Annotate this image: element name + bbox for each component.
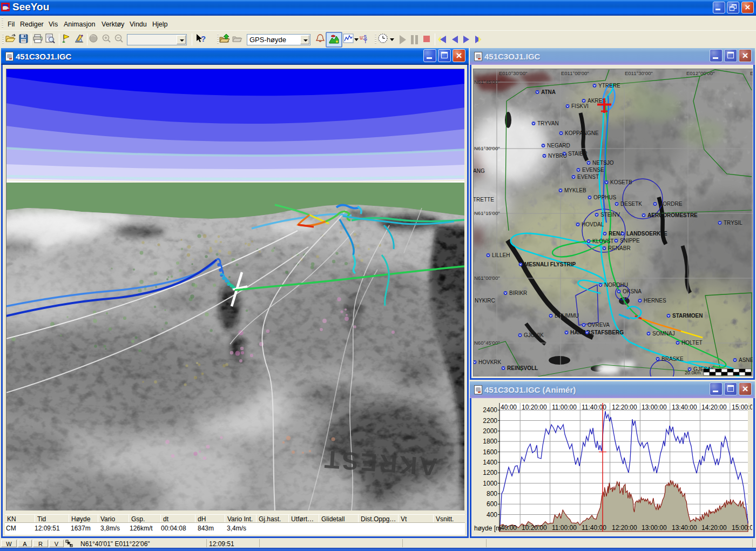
svg-text:EVENST: EVENST: [577, 174, 599, 180]
svg-text:12:20:00: 12:20:00: [612, 524, 637, 532]
svg-text:1200: 1200: [483, 469, 497, 476]
svg-text:?: ?: [201, 34, 206, 43]
svg-text:LANDSOERKJE: LANDSOERKJE: [626, 231, 667, 237]
svg-text:E011°00'00": E011°00'00": [561, 70, 589, 76]
svg-text:N61°30'00": N61°30'00": [474, 145, 500, 151]
svg-text:40:00: 40:00: [501, 524, 517, 532]
svg-text:NYBRU: NYBRU: [548, 153, 567, 159]
svg-text:600: 600: [487, 500, 497, 508]
svg-text:N61°45'00": N61°45'00": [474, 79, 500, 85]
svg-text:SOMNAJ: SOMNAJ: [652, 331, 675, 337]
svg-text:11:00:00: 11:00:00: [552, 404, 577, 411]
svg-text:STEINV: STEINV: [600, 212, 620, 218]
svg-text:HERNES: HERNES: [644, 298, 666, 304]
svg-text:STAIBR: STAIBR: [568, 151, 587, 157]
svg-text:E010°30'00": E010°30'00": [499, 70, 527, 76]
svg-text:1600: 1600: [483, 448, 497, 456]
svg-text:BIRIKR: BIRIKR: [509, 290, 527, 296]
svg-text:HOVKRK: HOVKRK: [478, 359, 502, 365]
svg-text:40:00: 40:00: [501, 404, 517, 411]
svg-text:REINSVOLL: REINSVOLL: [507, 365, 538, 371]
svg-text:10:20:00: 10:20:00: [522, 524, 547, 532]
svg-text:N61°15'00": N61°15'00": [474, 210, 500, 216]
svg-text:HOVDAL: HOVDAL: [582, 221, 604, 227]
svg-text:SNIPPE: SNIPPE: [620, 238, 640, 244]
svg-text:13:00:00: 13:00:00: [642, 524, 667, 532]
svg-text:13:40:00: 13:40:00: [672, 524, 697, 532]
svg-text:BRUMMU: BRUMMU: [555, 313, 579, 319]
svg-text:E011°30'00": E011°30'00": [625, 70, 653, 76]
svg-text:NORDRE: NORDRE: [659, 201, 683, 207]
svg-text:2000: 2000: [483, 427, 497, 435]
svg-text:400: 400: [487, 511, 497, 519]
svg-text:ANG: ANG: [473, 168, 485, 174]
svg-text:NORDHU: NORDHU: [604, 282, 628, 288]
svg-text:N61°00'00": N61°00'00": [474, 275, 500, 281]
svg-text:20.0km: 20.0km: [685, 370, 701, 375]
svg-text:TRETTE: TRETTE: [473, 197, 494, 203]
svg-text:NEGARD: NEGARD: [547, 143, 570, 149]
svg-text:HOLTET: HOLTET: [681, 340, 703, 346]
svg-text:12:20:00: 12:20:00: [612, 404, 637, 411]
svg-text:800: 800: [487, 490, 497, 498]
svg-text:10:20:00: 10:20:00: [522, 404, 547, 411]
svg-text:KOPPANGNE: KOPPANGNE: [565, 130, 599, 136]
svg-text:OKSNA: OKSNA: [623, 288, 642, 294]
svg-text:14:20:00: 14:20:00: [701, 404, 727, 411]
svg-text:E0: E0: [750, 70, 753, 76]
svg-text:høyde [m: høyde [m: [474, 525, 501, 532]
svg-text:OPPHUS: OPPHUS: [593, 194, 617, 200]
svg-text:1400: 1400: [483, 459, 497, 466]
svg-text:FISKVI: FISKVI: [571, 103, 589, 109]
svg-text:11:00:00: 11:00:00: [552, 524, 577, 532]
svg-text:ATNA: ATNA: [541, 89, 556, 95]
svg-text:13:40:00: 13:40:00: [672, 404, 697, 411]
svg-text:T: T: [364, 39, 367, 44]
svg-text:E012°00'00": E012°00'00": [686, 70, 714, 76]
svg-text:ASNE: ASNE: [739, 357, 753, 363]
svg-text:GJOVIK: GJOVIK: [524, 332, 544, 338]
svg-text:1000: 1000: [483, 480, 497, 487]
svg-text:EVENSE: EVENSE: [582, 167, 604, 173]
svg-text:KLOVST: KLOVST: [592, 238, 613, 244]
svg-text:15:00:00: 15:00:00: [732, 524, 752, 532]
svg-text:DESETK: DESETK: [620, 201, 642, 207]
svg-text:2400: 2400: [483, 406, 497, 414]
svg-text:AERODROMESTRE: AERODROMESTRE: [647, 212, 698, 218]
svg-text:MESNALI FLYSTRIP: MESNALI FLYSTRIP: [524, 261, 576, 267]
svg-text:2200: 2200: [483, 417, 497, 425]
svg-text:MYKLEB: MYKLEB: [564, 187, 586, 193]
svg-text:STARMOEN: STARMOEN: [672, 313, 703, 319]
svg-text:15:00:00: 15:00:00: [732, 404, 752, 411]
svg-text:BRASKE: BRASKE: [662, 356, 684, 362]
svg-text:YTRERE: YTRERE: [598, 83, 620, 89]
svg-text:1800: 1800: [483, 438, 497, 445]
svg-text:KOSETB: KOSETB: [610, 179, 632, 185]
svg-text:NETSJO: NETSJO: [592, 160, 614, 166]
svg-text:STAFSBERG: STAFSBERG: [591, 330, 624, 335]
svg-text:TRYSIL: TRYSIL: [724, 220, 742, 226]
svg-text:14:20:00: 14:20:00: [701, 524, 727, 532]
svg-text:OVREVA: OVREVA: [588, 322, 610, 328]
svg-text:LILLEH: LILLEH: [492, 252, 510, 258]
svg-text:RENABR: RENABR: [608, 245, 631, 251]
svg-text:N60°45'00": N60°45'00": [474, 340, 500, 346]
svg-text:NYKIRC: NYKIRC: [475, 298, 495, 304]
svg-text:TRYVAN: TRYVAN: [537, 120, 559, 126]
svg-text:13:00:00: 13:00:00: [642, 404, 667, 411]
